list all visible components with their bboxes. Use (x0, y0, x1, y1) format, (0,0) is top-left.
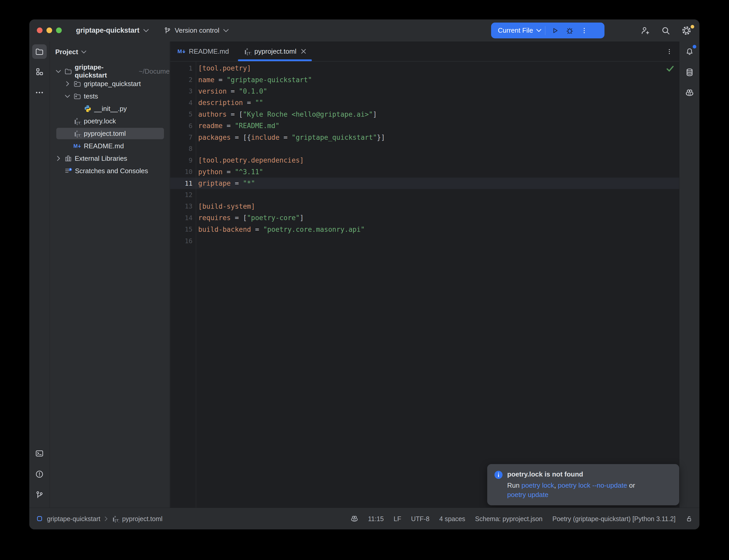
git-branch-icon (163, 27, 171, 34)
code-line-2[interactable]: 2name = "griptape-quickstart" (170, 74, 679, 85)
chevron-down-icon (143, 29, 149, 32)
libraries-icon (64, 155, 72, 162)
notifications-badge (693, 45, 696, 48)
debug-button[interactable] (563, 23, 577, 38)
tree-row-init-py[interactable]: __init__.py (50, 102, 170, 115)
tab-pyproject[interactable]: [T] pyproject.toml (236, 41, 314, 61)
tree-row-griptape-quickstart-pkg[interactable]: griptape_quickstart (50, 78, 170, 90)
problems-tool-button[interactable] (32, 467, 47, 481)
code-line-5[interactable]: 5authors = ["Kyle Roche <hello@griptape.… (170, 109, 679, 120)
tree-row-scratches[interactable]: Scratches and Consoles (50, 165, 170, 177)
editor-tab-bar: M README.md [T] pyproject.toml (170, 41, 679, 61)
run-configuration-button[interactable]: Current File (498, 26, 533, 34)
line-number: 6 (170, 122, 192, 130)
status-encoding[interactable]: UTF-8 (411, 515, 429, 523)
code-lines: 1[tool.poetry]2name = "griptape-quicksta… (170, 62, 679, 247)
tree-row-root[interactable]: griptape-quickstart ~/Docume (50, 65, 170, 78)
notification-title: poetry.lock is not found (507, 470, 635, 478)
status-schema[interactable]: Schema: pyproject.json (475, 515, 543, 523)
notification-popup[interactable]: poetry.lock is not found Run poetry lock… (487, 464, 679, 505)
code-line-11[interactable]: 11griptape = "*" (170, 178, 679, 189)
more-tool-windows-button[interactable] (32, 85, 47, 100)
copilot-status-icon[interactable] (350, 515, 358, 523)
git-tool-button[interactable] (32, 488, 47, 502)
project-tool-button[interactable] (32, 44, 47, 59)
left-tool-strip (29, 41, 50, 508)
tree-row-external-libraries[interactable]: External Libraries (50, 152, 170, 165)
structure-tool-button[interactable] (32, 65, 47, 79)
toml-file-icon: [T] (73, 117, 81, 125)
minimize-window-button[interactable] (46, 27, 52, 33)
project-module-icon[interactable] (37, 516, 43, 522)
tree-item-label: External Libraries (75, 155, 127, 163)
chevron-down-icon[interactable] (536, 29, 542, 32)
notification-link[interactable]: poetry lock (522, 481, 554, 489)
breadcrumb-file[interactable]: pyproject.toml (122, 515, 163, 523)
folder-icon (64, 67, 72, 75)
close-window-button[interactable] (37, 27, 43, 33)
line-number: 16 (170, 237, 192, 245)
notification-link[interactable]: poetry update (507, 491, 549, 499)
toml-file-icon: [T] (243, 47, 251, 55)
run-more-kebab-icon[interactable] (577, 23, 592, 38)
notifications-tool-button[interactable] (682, 44, 697, 59)
code-line-7[interactable]: 7packages = [{include = "griptape_quicks… (170, 131, 679, 143)
chevron-right-icon[interactable] (65, 81, 70, 86)
status-caret-position[interactable]: 11:15 (368, 515, 384, 523)
search-everywhere-button[interactable] (658, 23, 673, 38)
run-button[interactable] (548, 23, 563, 38)
database-tool-button[interactable] (682, 65, 697, 80)
code-line-16[interactable]: 16 (170, 235, 679, 247)
code-line-15[interactable]: 15build-backend = "poetry.core.masonry.a… (170, 223, 679, 235)
svg-text:[T]: [T] (114, 519, 119, 522)
toml-file-icon: [T] (112, 515, 119, 522)
project-tree: griptape-quickstart ~/Docume griptape_qu… (50, 65, 170, 177)
code-line-3[interactable]: 3version = "0.1.0" (170, 86, 679, 97)
code-line-4[interactable]: 4description = "" (170, 97, 679, 108)
tree-item-label: griptape_quickstart (84, 80, 141, 88)
status-interpreter[interactable]: Poetry (griptape-quickstart) [Python 3.1… (552, 515, 676, 523)
tree-row-readme[interactable]: M README.md (50, 140, 170, 152)
chevron-down-icon (223, 29, 229, 32)
code-line-9[interactable]: 9[tool.poetry.dependencies] (170, 155, 679, 166)
unlock-icon[interactable] (685, 515, 693, 522)
tab-list-kebab-icon[interactable] (666, 41, 673, 61)
line-number: 12 (170, 191, 192, 199)
status-indent[interactable]: 4 spaces (439, 515, 465, 523)
tree-item-label: __init__.py (94, 105, 127, 113)
markdown-file-icon: M (73, 142, 81, 150)
editor-area[interactable]: M README.md [T] pyproject.toml 1[tool.po… (170, 41, 679, 508)
code-line-10[interactable]: 10python = "^3.11" (170, 166, 679, 178)
tree-row-poetry-lock[interactable]: [T] poetry.lock (50, 115, 170, 127)
chevron-down-icon[interactable] (65, 95, 70, 98)
notification-link[interactable]: poetry lock --no-update (558, 481, 627, 489)
code-line-6[interactable]: 6readme = "README.md" (170, 120, 679, 131)
line-number: 5 (170, 110, 192, 118)
chevron-down-icon[interactable] (81, 50, 86, 54)
line-number: 4 (170, 99, 192, 107)
settings-badge (691, 25, 694, 29)
settings-button[interactable] (679, 23, 694, 38)
chevron-down-icon[interactable] (55, 70, 61, 73)
tab-readme[interactable]: M README.md (170, 41, 236, 61)
breadcrumb-project[interactable]: griptape-quickstart (47, 515, 100, 523)
code-with-me-button[interactable] (638, 23, 652, 38)
tree-row-tests[interactable]: tests (50, 90, 170, 102)
project-panel-title[interactable]: Project (55, 48, 78, 56)
code-line-13[interactable]: 13[build-system] (170, 201, 679, 212)
vcs-widget[interactable]: Version control (175, 26, 219, 34)
code-line-12[interactable]: 12 (170, 189, 679, 200)
code-line-8[interactable]: 8 (170, 143, 679, 155)
ai-assistant-tool-button[interactable] (682, 86, 697, 100)
chevron-right-icon[interactable] (55, 156, 61, 161)
project-widget[interactable]: griptape-quickstart (76, 26, 140, 34)
code-line-14[interactable]: 14requires = ["poetry-core"] (170, 212, 679, 223)
zoom-window-button[interactable] (56, 27, 62, 33)
package-folder-icon (73, 80, 81, 88)
tree-row-pyproject-toml[interactable]: [T] pyproject.toml (50, 127, 170, 140)
terminal-tool-button[interactable] (32, 446, 47, 461)
close-tab-icon[interactable] (301, 49, 306, 54)
markdown-file-icon: M (177, 47, 186, 55)
code-line-1[interactable]: 1[tool.poetry] (170, 62, 679, 74)
status-line-separator[interactable]: LF (394, 515, 401, 523)
